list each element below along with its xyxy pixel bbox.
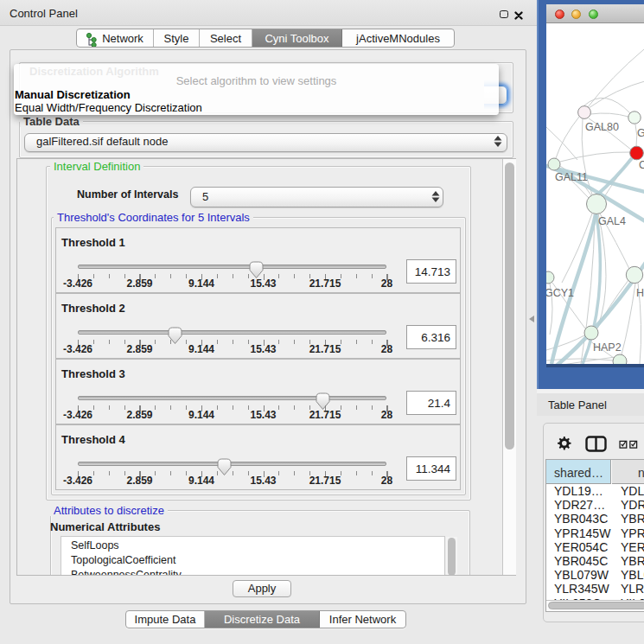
svg-text:GAL11: GAL11 xyxy=(555,171,588,183)
svg-text:C: C xyxy=(639,159,644,171)
svg-text:HAP2: HAP2 xyxy=(593,341,622,354)
svg-text:GAL4: GAL4 xyxy=(598,215,626,227)
svg-text:H: H xyxy=(636,287,644,299)
svg-text:GA: GA xyxy=(637,127,644,139)
svg-text:GAL80: GAL80 xyxy=(585,121,619,133)
svg-text:GCY1: GCY1 xyxy=(546,287,574,299)
